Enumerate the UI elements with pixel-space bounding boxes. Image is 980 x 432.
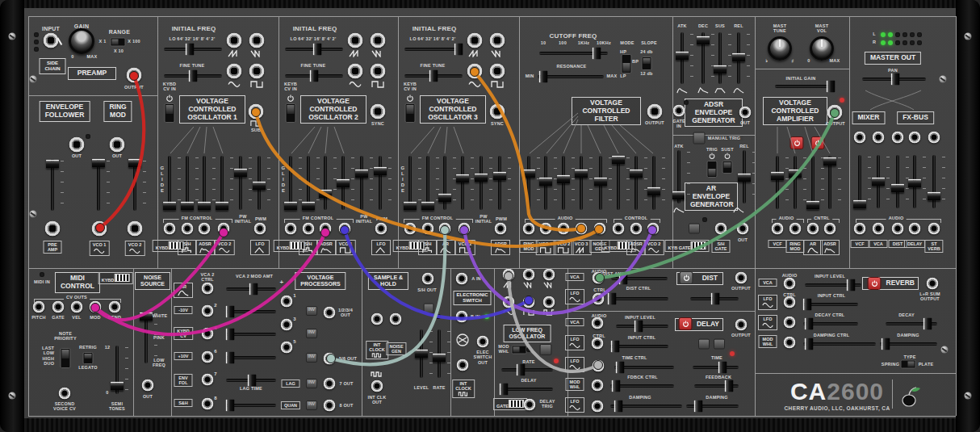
vco1-sub-out-jack[interactable] xyxy=(249,104,264,120)
reverb-power-button[interactable] xyxy=(868,277,882,290)
inv-button-1[interactable]: INV xyxy=(306,306,317,316)
midi-bend-jack[interactable] xyxy=(109,301,121,313)
delay-power-button[interactable] xyxy=(679,317,693,330)
dist-amt-slider[interactable] xyxy=(611,272,668,285)
filter-mode-switch[interactable] xyxy=(622,54,632,73)
sh-gate-jack[interactable] xyxy=(715,223,727,235)
vcf-audio-vco3-jack[interactable] xyxy=(576,223,588,235)
vca-output-jack[interactable] xyxy=(827,105,843,120)
trig-switch[interactable] xyxy=(707,161,718,178)
vcf-audio-vco2-jack[interactable] xyxy=(558,223,570,235)
vco2-fm1-slider[interactable] xyxy=(301,156,316,210)
noise-slider[interactable] xyxy=(139,312,153,363)
vcf-audio-ringmod-jack[interactable] xyxy=(523,223,535,235)
delay-fdbck-ctrl-slider[interactable] xyxy=(610,380,674,392)
inv-button-4[interactable]: INV xyxy=(306,379,317,388)
lfo-saw-out-jack[interactable] xyxy=(503,269,515,281)
vco3-pwm-jack[interactable] xyxy=(495,223,507,235)
reverb-output-jack[interactable] xyxy=(927,278,939,290)
ar-out-jack[interactable] xyxy=(737,223,749,235)
elec-switch-out-jack[interactable] xyxy=(477,336,489,348)
second-voice-cv-jack[interactable] xyxy=(59,388,71,400)
vco1-fm1-slider[interactable] xyxy=(180,156,195,210)
vco2-square-out-jack[interactable] xyxy=(371,64,386,79)
vco3-fm2-slider[interactable] xyxy=(438,156,452,210)
vp-out-1234-jack[interactable] xyxy=(324,307,336,319)
es-a-in-jack[interactable] xyxy=(456,273,468,285)
ring-mod-out-jack[interactable] xyxy=(110,137,125,153)
lfo-sine-out-jack[interactable] xyxy=(503,296,515,308)
vco2-ramp-out-jack[interactable] xyxy=(371,33,386,48)
vco2-fm-vco1-jack[interactable] xyxy=(339,223,351,235)
mixer-vcf-slider[interactable] xyxy=(852,155,867,208)
lfo-pulse-out-jack[interactable] xyxy=(543,296,555,308)
delay-time-ctrl-jack[interactable] xyxy=(593,360,605,372)
vca-ctrl-ar-jack[interactable] xyxy=(807,223,819,235)
mixer-vcf-out-jack[interactable] xyxy=(854,132,866,144)
master-volume-knob[interactable] xyxy=(810,36,834,61)
reverb-input-ctrl-jack[interactable] xyxy=(784,296,796,308)
reverb-damping-ctrl-jack[interactable] xyxy=(784,337,796,349)
preamp-in-jack[interactable] xyxy=(45,221,61,237)
sh-level-slider[interactable] xyxy=(414,329,429,378)
vco1-pwm-jack[interactable] xyxy=(254,223,266,235)
vco3-fm-kybd-jack[interactable] xyxy=(404,223,417,235)
vco3-glide-slider[interactable] xyxy=(403,156,417,210)
lfo-ramp2-out-jack[interactable] xyxy=(543,269,555,281)
vco3-fm1-slider[interactable] xyxy=(421,156,435,210)
vco2-initial-freq-slider[interactable] xyxy=(285,43,343,56)
initial-gain-slider[interactable] xyxy=(775,80,835,93)
vcf-ctrl-adsr-jack[interactable] xyxy=(630,223,643,235)
vco1-ramp-out-jack[interactable] xyxy=(249,33,265,48)
vp-in6-jack[interactable] xyxy=(202,351,214,363)
mixer-audio-vca-jack[interactable] xyxy=(873,223,885,235)
master-tune-knob[interactable] xyxy=(768,36,792,61)
delay-fdbck-ctrl-jack[interactable] xyxy=(592,380,604,392)
vp-in8-jack[interactable] xyxy=(202,398,214,410)
vco1-glide-slider[interactable] xyxy=(162,156,177,210)
vco2-fine-tune-slider[interactable] xyxy=(285,69,343,82)
vco1-fine-tune-slider[interactable] xyxy=(164,69,222,82)
sh-trigger-switch[interactable] xyxy=(424,304,434,314)
adsr-out-jack[interactable] xyxy=(739,107,752,119)
gate-source-switch[interactable] xyxy=(689,224,700,234)
lfo-square-out-jack[interactable] xyxy=(523,296,535,308)
vcf-audio2-slider[interactable] xyxy=(538,156,553,210)
vco3-keyb-cv-switch[interactable] xyxy=(405,103,416,123)
vco2-pwm-jack[interactable] xyxy=(375,223,387,235)
vp-slider-8[interactable] xyxy=(226,399,276,412)
vp-slider-4[interactable] xyxy=(226,328,276,341)
vp-in2-jack[interactable] xyxy=(202,305,214,317)
vcf-audio-noise-jack[interactable] xyxy=(594,223,606,235)
reverb-audio-jack[interactable] xyxy=(784,278,796,290)
vcf-audio4-slider[interactable] xyxy=(574,156,588,210)
lag-time-slider[interactable] xyxy=(226,374,276,387)
es-clock-jack[interactable] xyxy=(457,359,469,371)
adsr-sustain-slider[interactable] xyxy=(713,32,727,84)
noise-out-jack[interactable] xyxy=(142,380,154,392)
dist-ctrl-jack[interactable] xyxy=(593,293,605,305)
delay-option-button-1[interactable] xyxy=(698,339,710,350)
sh-in2-jack[interactable] xyxy=(390,313,402,325)
delay-time-ctrl-slider[interactable] xyxy=(614,361,674,374)
env-follower-slider[interactable] xyxy=(45,159,60,211)
sust-switch[interactable] xyxy=(722,161,733,174)
vco2-saw-out-jack[interactable] xyxy=(348,33,363,48)
reverb-damping-slider[interactable] xyxy=(880,338,937,350)
pan-slider[interactable] xyxy=(862,73,926,86)
adsr-decay-slider[interactable] xyxy=(696,32,710,84)
midi-gate-jack[interactable] xyxy=(52,301,65,313)
mixer-dist-slider[interactable] xyxy=(890,155,905,208)
vca2-ctrl-jack[interactable] xyxy=(202,283,214,295)
vca-lin-button-1[interactable] xyxy=(790,136,804,149)
vco2-fm-kybd-jack[interactable] xyxy=(285,223,297,235)
delay-input-ctrl-jack[interactable] xyxy=(592,338,604,350)
lfo-mod-whl-switch[interactable] xyxy=(512,346,527,354)
vp-slider-6[interactable] xyxy=(226,351,276,364)
delay-option-button-2[interactable] xyxy=(714,339,725,350)
vco3-sine-out-jack[interactable] xyxy=(467,64,483,79)
gain-knob[interactable] xyxy=(69,28,94,54)
reverb-input-ctrl-slider[interactable] xyxy=(803,298,858,311)
delay-feedback-slider[interactable] xyxy=(694,380,739,392)
vco3-pw-slider[interactable] xyxy=(474,156,488,210)
